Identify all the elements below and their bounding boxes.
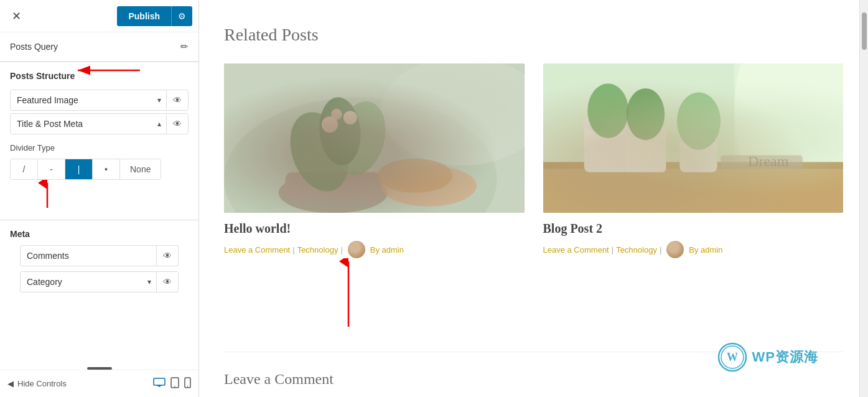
post-card-1: Hello world! Leave a Comment | Technolog…	[224, 63, 525, 333]
watermark-text: WP资源海	[752, 348, 818, 367]
wordpress-logo: W	[717, 342, 747, 372]
svg-rect-4	[154, 378, 165, 385]
close-button[interactable]: ✕	[6, 6, 26, 26]
svg-point-8	[174, 386, 175, 387]
post2-title: Blog Post 2	[543, 222, 844, 236]
svg-rect-33	[625, 131, 666, 172]
title-post-meta-chevron[interactable]: ▴	[152, 114, 166, 133]
post-image-1-svg	[224, 63, 525, 213]
tablet-icon	[170, 377, 179, 388]
svg-point-16	[280, 104, 359, 200]
post-image-2-svg: Dream	[543, 63, 844, 213]
title-post-meta-visibility-button[interactable]: 👁	[166, 114, 188, 134]
desktop-button[interactable]	[153, 377, 166, 391]
arrow-posts-structure	[72, 61, 146, 80]
post1-category-link[interactable]: Technology	[297, 245, 338, 255]
comments-visibility-button[interactable]: 👁	[156, 246, 178, 266]
svg-text:Dream: Dream	[747, 153, 788, 169]
post1-avatar-inner	[348, 241, 365, 258]
divider-dash[interactable]: -	[38, 159, 65, 179]
category-row: Category ▾ 👁	[20, 271, 179, 292]
posts-query-row: Posts Query ✏	[0, 32, 198, 62]
post2-category-link[interactable]: Technology	[616, 245, 657, 255]
post1-avatar	[348, 241, 365, 258]
publish-button[interactable]: Publish	[117, 6, 171, 26]
category-label: Category	[21, 272, 142, 292]
svg-rect-40	[721, 155, 803, 169]
divider-slash[interactable]: /	[11, 159, 38, 179]
posts-query-edit-button[interactable]: ✏	[180, 41, 189, 52]
svg-rect-30	[543, 162, 844, 169]
category-visibility-button[interactable]: 👁	[156, 272, 178, 292]
svg-rect-29	[543, 166, 844, 213]
post1-author-link[interactable]: By admin	[370, 245, 404, 255]
post-image-1	[224, 63, 525, 213]
svg-point-21	[322, 116, 338, 133]
svg-point-17	[328, 96, 393, 180]
svg-text:W: W	[727, 351, 738, 363]
arrow-divider	[29, 180, 66, 211]
svg-point-12	[224, 97, 497, 213]
scrollbar-thumb[interactable]	[862, 12, 867, 50]
settings-button[interactable]: ⚙	[171, 6, 192, 26]
svg-point-28	[734, 63, 843, 213]
featured-image-label: Featured Image	[11, 90, 152, 110]
featured-image-chevron[interactable]: ▾	[152, 91, 166, 110]
divider-none[interactable]: None	[120, 159, 161, 179]
meta-label: Meta	[10, 229, 189, 239]
panel-content: Posts Query ✏ Posts Structure	[0, 32, 198, 397]
posts-grid: Hello world! Leave a Comment | Technolog…	[224, 63, 843, 333]
posts-structure-label: Posts Structure	[10, 71, 75, 81]
meta-section: Meta Comments 👁 Category ▾ 👁	[0, 220, 198, 300]
svg-point-22	[343, 111, 357, 124]
featured-image-visibility-button[interactable]: 👁	[166, 90, 188, 110]
arrow-post1-meta	[336, 258, 361, 333]
hide-controls-button[interactable]: ◀ Hide Controls	[7, 379, 67, 388]
divider-pipe[interactable]: |	[65, 159, 93, 179]
post2-sep1: |	[612, 245, 614, 255]
posts-structure-header: Posts Structure	[0, 62, 198, 87]
post2-author-link[interactable]: By admin	[689, 245, 722, 255]
category-chevron[interactable]: ▾	[142, 273, 156, 291]
scrollbar-right[interactable]	[859, 0, 868, 397]
svg-point-39	[676, 93, 720, 150]
divider-type-section: Divider Type / - | • None	[0, 137, 198, 220]
post1-comments-link[interactable]: Leave a Comment	[224, 245, 290, 255]
post-image-2: Dream	[543, 63, 844, 213]
post2-comments-link[interactable]: Leave a Comment	[543, 245, 609, 255]
svg-point-34	[623, 124, 667, 138]
svg-rect-35	[679, 138, 717, 172]
mobile-button[interactable]	[184, 377, 191, 391]
post1-title: Hello world!	[224, 222, 525, 236]
post2-avatar-inner	[666, 241, 684, 258]
divider-options: / - | • None	[10, 159, 161, 180]
title-post-meta-label: Title & Post Meta	[11, 114, 152, 134]
svg-rect-27	[734, 63, 843, 213]
device-icons-group	[153, 377, 191, 391]
publish-settings-group: Publish ⚙	[117, 6, 192, 26]
watermark: W WP资源海	[717, 342, 818, 372]
toolbar: ✕ Publish ⚙	[0, 0, 198, 32]
svg-point-18	[317, 96, 363, 167]
svg-rect-11	[224, 63, 525, 213]
svg-point-36	[678, 131, 719, 145]
svg-point-23	[331, 109, 342, 120]
svg-point-38	[626, 88, 664, 140]
post2-meta: Leave a Comment | Technology | By admin	[543, 241, 844, 258]
left-panel: ✕ Publish ⚙ Posts Query ✏ Posts Structur…	[0, 0, 199, 397]
post1-sep2: |	[340, 245, 342, 255]
divider-dot[interactable]: •	[93, 159, 120, 179]
hide-controls-left-arrow: ◀	[7, 379, 14, 388]
posts-query-label: Posts Query	[10, 42, 58, 52]
post1-sep1: |	[292, 245, 294, 255]
post1-meta: Leave a Comment | Technology | By admin	[224, 241, 525, 258]
tablet-button[interactable]	[170, 377, 179, 391]
post2-sep2: |	[660, 245, 661, 255]
comments-row: Comments 👁	[20, 245, 179, 266]
divider-type-label: Divider Type	[10, 143, 189, 152]
related-posts-title: Related Posts	[224, 25, 843, 45]
post2-avatar	[666, 241, 684, 258]
hide-controls-label: Hide Controls	[17, 379, 67, 388]
right-content: Related Posts	[199, 0, 868, 397]
desktop-icon	[153, 378, 166, 388]
